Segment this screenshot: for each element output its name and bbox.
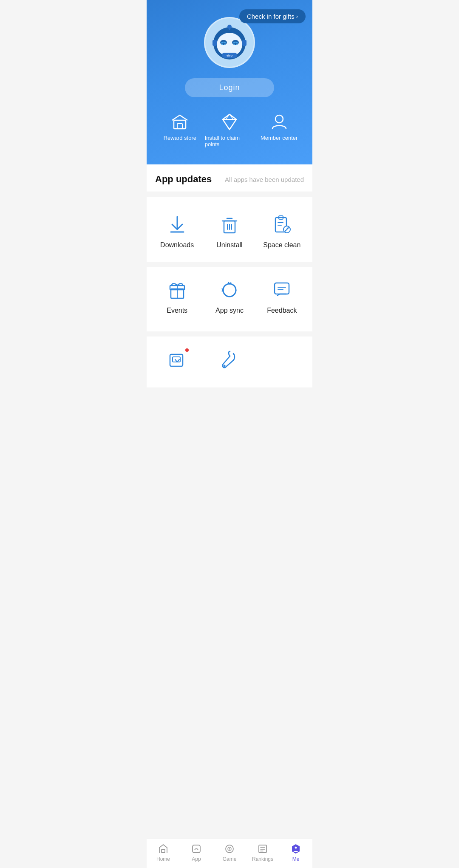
tools-icon [219, 349, 240, 370]
menu-row-3 [147, 336, 312, 387]
check-in-button[interactable]: Check in for gifts › [239, 9, 306, 23]
svg-point-7 [236, 44, 238, 45]
install-claim-label: Install to claim points [205, 135, 255, 147]
uninstall-item[interactable]: Uninstall [203, 210, 255, 253]
svg-rect-40 [275, 283, 289, 294]
feedback-label: Feedback [267, 307, 297, 314]
svg-point-4 [222, 44, 223, 45]
svg-marker-16 [223, 114, 236, 130]
check-in-label: Check in for gifts [247, 13, 295, 20]
tools-item[interactable] [203, 345, 255, 375]
menu-row-1: Downloads Uninstall Space clean [147, 197, 312, 262]
member-icon [270, 113, 289, 131]
notification-dot [185, 348, 189, 352]
events-icon [167, 280, 188, 301]
robot-avatar-icon: vivo [208, 21, 251, 64]
app-sync-label: App sync [215, 307, 244, 314]
menu-row-2: Events App sync Feedback [147, 267, 312, 331]
events-item[interactable]: Events [151, 275, 203, 319]
hero-section: Check in for gifts › vivo [147, 0, 312, 164]
install-claim-shortcut[interactable]: Install to claim points [205, 113, 255, 147]
svg-text:vivo: vivo [227, 54, 232, 57]
svg-rect-9 [242, 40, 246, 46]
svg-rect-14 [174, 120, 186, 129]
svg-rect-43 [170, 354, 183, 366]
downloads-icon [167, 214, 188, 235]
login-label: Login [219, 83, 240, 92]
svg-rect-15 [177, 124, 182, 129]
chevron-right-icon: › [296, 13, 298, 20]
svg-point-5 [224, 44, 226, 45]
reward-store-icon [170, 113, 189, 131]
login-button[interactable]: Login [185, 78, 274, 97]
svg-point-6 [234, 44, 235, 45]
member-center-label: Member center [261, 135, 298, 141]
svg-point-34 [285, 230, 286, 232]
events-label: Events [167, 307, 187, 314]
app-updates-header: App updates All apps have been updated [147, 164, 312, 192]
member-center-shortcut[interactable]: Member center [254, 113, 304, 147]
svg-rect-8 [212, 40, 217, 46]
space-clean-icon [271, 214, 292, 235]
avatar: vivo [204, 17, 255, 68]
space-clean-label: Space clean [263, 241, 300, 249]
downloads-label: Downloads [160, 241, 194, 249]
svg-point-45 [223, 365, 225, 367]
reward-store-shortcut[interactable]: Reward store [155, 113, 205, 147]
reward-store-label: Reward store [164, 135, 196, 141]
app-sync-item[interactable]: App sync [203, 275, 255, 319]
space-clean-item[interactable]: Space clean [256, 210, 308, 253]
feedback-icon [271, 280, 292, 301]
feedback-item[interactable]: Feedback [256, 275, 308, 319]
downloads-item[interactable]: Downloads [151, 210, 203, 253]
uninstall-label: Uninstall [216, 241, 242, 249]
hero-shortcuts: Reward store Install to claim points Mem… [155, 113, 304, 147]
app-sync-icon [219, 280, 240, 301]
update-manager-icon [167, 349, 188, 370]
app-updates-title: App updates [155, 174, 212, 185]
update-manager-item[interactable] [151, 345, 203, 375]
diamond-icon [220, 113, 239, 131]
uninstall-icon [219, 214, 240, 235]
svg-point-20 [275, 115, 283, 123]
app-updates-status: All apps have been updated [225, 176, 304, 183]
svg-point-33 [287, 228, 288, 229]
